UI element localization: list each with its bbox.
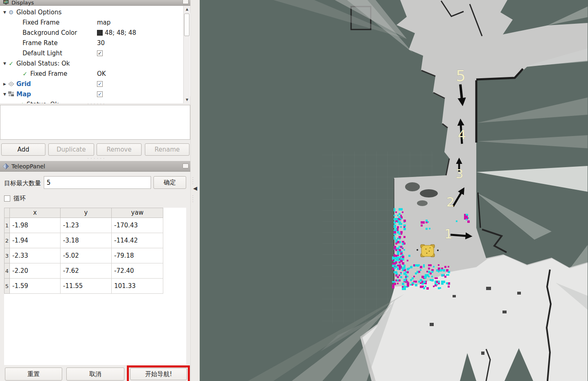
vertical-splitter[interactable]: ···· ◀ ···· [190,0,200,381]
tree-scrollbar[interactable]: ▲ ▼ [183,6,190,103]
table-row[interactable]: 4 -2.20 -7.62 -72.40 [4,263,163,279]
max-goals-input[interactable] [44,176,151,189]
cell-yaw[interactable]: -114.42 [112,233,163,248]
map-enabled-checkbox[interactable]: ✓ [97,91,103,97]
tree-row-grid[interactable]: ▶ Grid ✓ [0,79,183,89]
teleop-panel-titlebar[interactable]: TeleopPanel [0,161,190,172]
tree-row-frame-rate[interactable]: Frame Rate 30 [0,38,183,48]
pointcloud-point [392,281,394,283]
pointcloud-point [402,241,403,243]
scroll-up-button[interactable]: ▲ [184,6,190,13]
pointcloud-point [438,281,440,283]
waypoint-table[interactable]: x y yaw 1 -1.98 -1.23 -170.43 2 -1.94 -3… [4,208,186,365]
tree-row-global-status[interactable]: ▼ ✓ Global Status: Ok [0,58,183,68]
pointcloud-point [418,271,420,273]
tree-label: Map [16,91,31,98]
rviz-3d-viewport[interactable]: 12345 [200,0,588,381]
tree-row-background-color[interactable]: Background Color 48; 48; 48 [0,27,183,38]
cancel-button[interactable]: 取消 [66,367,124,381]
cell-y[interactable]: -1.23 [61,218,112,233]
cell-x[interactable]: -1.59 [10,279,61,294]
duplicate-button[interactable]: Duplicate [48,143,94,156]
cell-x[interactable]: -2.33 [10,248,61,263]
tree-row-fixed-frame[interactable]: Fixed Frame map [0,17,183,27]
teleop-panel-icon [2,163,9,170]
gear-icon: ⚙ [7,9,15,16]
expand-down-icon[interactable]: ▼ [2,92,7,96]
column-header-y[interactable]: y [61,208,112,218]
teleop-float-button[interactable] [182,163,189,168]
cell-yaw[interactable]: -72.40 [112,263,163,279]
displays-panel-title: Displays [11,0,34,6]
pointcloud-point [428,268,430,270]
pointcloud-point [410,284,412,286]
tree-row-default-light[interactable]: Default Light ✓ [0,48,183,58]
cell-yaw[interactable]: 101.33 [112,279,163,294]
tree-row-map[interactable]: ▼ Map ✓ [0,89,183,99]
waypoint-label: 3 [455,167,463,181]
add-button[interactable]: Add [1,143,45,156]
map-canvas[interactable]: 12345 [200,0,588,381]
default-light-checkbox[interactable]: ✓ [97,50,103,56]
pointcloud-point [397,268,399,270]
confirm-button[interactable]: 确定 [153,176,186,189]
pointcloud-point [415,272,417,274]
pointcloud-point [397,265,399,266]
cell-y[interactable]: -11.55 [61,279,112,294]
expand-down-icon[interactable]: ▼ [2,10,7,14]
displays-tree[interactable]: ▼ ⚙ Global Options Fixed Frame map Backg… [0,6,190,103]
column-header-x[interactable]: x [10,208,61,218]
pointcloud-point [402,254,403,256]
displays-float-button[interactable] [182,0,189,4]
panel-splitter-handle[interactable]: · · · · · · [84,157,108,160]
fixed-frame-value[interactable]: map [97,19,110,26]
loop-checkbox[interactable] [4,195,10,202]
expand-right-icon[interactable]: ▶ [12,102,18,104]
cell-y[interactable]: -3.18 [61,233,112,248]
cell-x[interactable]: -2.20 [10,263,61,279]
displays-panel-titlebar[interactable]: Displays [0,0,190,6]
reset-button[interactable]: 重置 [5,367,62,381]
remove-button[interactable]: Remove [97,143,142,156]
pointcloud-point [399,274,400,276]
tree-label: Frame Rate [23,39,58,47]
background-color-value[interactable]: 48; 48; 48 [97,29,136,36]
tree-label: Default Light [23,50,62,57]
cell-yaw[interactable]: -170.43 [112,218,163,233]
table-row[interactable]: 2 -1.94 -3.18 -114.42 [4,233,163,248]
collapse-panel-icon[interactable]: ◀ [193,185,197,191]
tree-row-fixed-frame-status[interactable]: ✓ Fixed Frame OK [0,68,183,79]
pointcloud-point [441,282,444,285]
table-row[interactable]: 1 -1.98 -1.23 -170.43 [4,218,163,233]
pointcloud-point [403,249,405,251]
pointcloud-point [431,271,433,273]
cell-y[interactable]: -7.62 [61,263,112,279]
color-value-text: 48; 48; 48 [105,29,136,36]
table-row[interactable]: 3 -2.33 -5.02 -79.18 [4,248,163,263]
waypoint-label: 4 [458,127,466,143]
table-row[interactable]: 5 -1.59 -11.55 101.33 [4,279,163,294]
pointcloud-point [426,271,428,272]
pointcloud-point [394,226,396,228]
tree-row-global-options[interactable]: ▼ ⚙ Global Options [0,7,183,17]
cell-x[interactable]: -1.98 [10,218,61,233]
column-header-yaw[interactable]: yaw [112,208,163,218]
scroll-down-button[interactable]: ▼ [184,96,190,103]
pointcloud-point [420,286,422,288]
frame-rate-value[interactable]: 30 [97,39,105,47]
grid-enabled-checkbox[interactable]: ✓ [97,81,103,87]
pointcloud-point [394,236,395,238]
rename-button[interactable]: Rename [145,143,189,156]
pointcloud-point [448,286,449,287]
expand-down-icon[interactable]: ▼ [2,61,7,66]
pointcloud-point [438,264,439,266]
pointcloud-point [392,265,394,267]
expand-right-icon[interactable]: ▶ [2,82,7,86]
cell-x[interactable]: -1.94 [10,233,61,248]
cell-y[interactable]: -5.02 [61,248,112,263]
scrollbar-thumb[interactable] [184,14,189,36]
pointcloud-point [408,255,410,257]
cell-yaw[interactable]: -79.18 [112,248,163,263]
start-navigation-button[interactable]: 开始导航! [130,368,187,380]
pointcloud-point [402,283,404,285]
